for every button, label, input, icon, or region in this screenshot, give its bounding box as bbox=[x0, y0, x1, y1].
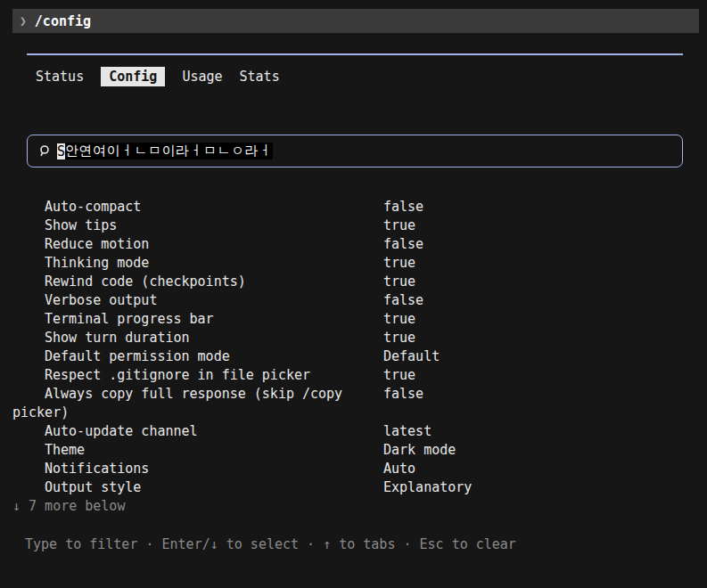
setting-row[interactable]: Show tipstrue bbox=[0, 216, 707, 235]
setting-value: true bbox=[383, 366, 415, 385]
setting-row[interactable]: Terminal progress bartrue bbox=[0, 310, 707, 329]
setting-label: Auto-compact bbox=[45, 199, 141, 215]
setting-label: Rewind code (checkpoints) bbox=[45, 274, 246, 290]
filter-input[interactable]: S 안연여이ㅓㄴㅁ이라ㅓㅁㄴㅇ라ㅓ bbox=[27, 135, 683, 167]
tab-usage[interactable]: Usage bbox=[182, 69, 222, 85]
tab-config[interactable]: Config bbox=[101, 67, 165, 86]
tab-bar: StatusConfigUsageStats bbox=[36, 66, 280, 86]
tab-stats[interactable]: Stats bbox=[240, 69, 280, 85]
setting-value: latest bbox=[383, 422, 432, 441]
setting-row[interactable]: Output styleExplanatory bbox=[0, 478, 707, 497]
help-text: Type to filter · Enter/↓ to select · ↑ t… bbox=[25, 536, 516, 552]
prompt-chevron-icon: ❯ bbox=[20, 14, 27, 28]
setting-row[interactable]: Always copy full response (skip /copyfal… bbox=[0, 385, 707, 404]
setting-row[interactable]: Auto-compactfalse bbox=[0, 198, 707, 216]
setting-value: false bbox=[383, 235, 423, 254]
setting-label: Auto-update channel bbox=[45, 423, 198, 439]
setting-value: Auto bbox=[383, 460, 415, 478]
setting-label: Show turn duration bbox=[45, 330, 190, 346]
setting-value: false bbox=[383, 198, 423, 216]
setting-value: Default bbox=[383, 347, 440, 366]
tab-status[interactable]: Status bbox=[36, 69, 84, 85]
setting-label: Output style bbox=[45, 479, 141, 495]
setting-value: true bbox=[383, 273, 415, 291]
setting-label: Always copy full response (skip /copy bbox=[45, 386, 342, 402]
setting-value: Dark mode bbox=[383, 441, 456, 460]
search-icon bbox=[38, 144, 51, 158]
setting-value: false bbox=[383, 385, 423, 404]
setting-row[interactable]: Show turn durationtrue bbox=[0, 329, 707, 347]
setting-row[interactable]: Rewind code (checkpoints)true bbox=[0, 273, 707, 291]
setting-label: Theme bbox=[45, 442, 85, 458]
setting-label: Terminal progress bar bbox=[45, 311, 214, 327]
settings-list: Auto-compactfalseShow tipstrueReduce mot… bbox=[0, 198, 707, 516]
more-below-indicator: ↓ 7 more below bbox=[12, 497, 707, 516]
setting-row[interactable]: Respect .gitignore in file pickertrue bbox=[0, 366, 707, 385]
tab-divider bbox=[27, 53, 683, 55]
setting-label: Notifications bbox=[45, 461, 149, 477]
setting-row[interactable]: Auto-update channellatest bbox=[0, 422, 707, 441]
setting-row[interactable]: Default permission modeDefault bbox=[0, 347, 707, 366]
setting-value: true bbox=[383, 329, 415, 347]
input-cursor: S bbox=[57, 143, 65, 159]
setting-row[interactable]: Reduce motionfalse bbox=[0, 235, 707, 254]
setting-label: Thinking mode bbox=[45, 255, 149, 271]
setting-row[interactable]: NotificationsAuto bbox=[0, 460, 707, 478]
setting-label: Reduce motion bbox=[45, 236, 149, 252]
setting-row[interactable]: Verbose outputfalse bbox=[0, 291, 707, 310]
setting-value: true bbox=[383, 216, 415, 235]
setting-value: true bbox=[383, 310, 415, 329]
setting-value: false bbox=[383, 291, 423, 310]
setting-row[interactable]: ThemeDark mode bbox=[0, 441, 707, 460]
setting-value: true bbox=[383, 254, 415, 273]
setting-label: Verbose output bbox=[45, 292, 157, 308]
input-text: 안연여이ㅓㄴㅁ이라ㅓㅁㄴㅇ라ㅓ bbox=[65, 143, 273, 159]
command-text: /config bbox=[35, 13, 91, 29]
setting-label: Default permission mode bbox=[45, 348, 230, 364]
setting-label: Show tips bbox=[45, 217, 117, 233]
setting-label: picker) bbox=[12, 404, 69, 421]
setting-row-wrap: picker) bbox=[0, 404, 707, 422]
command-bar: ❯ /config bbox=[12, 9, 699, 33]
setting-row[interactable]: Thinking modetrue bbox=[0, 254, 707, 273]
setting-value: Explanatory bbox=[383, 478, 472, 497]
setting-label: Respect .gitignore in file picker bbox=[45, 367, 310, 383]
